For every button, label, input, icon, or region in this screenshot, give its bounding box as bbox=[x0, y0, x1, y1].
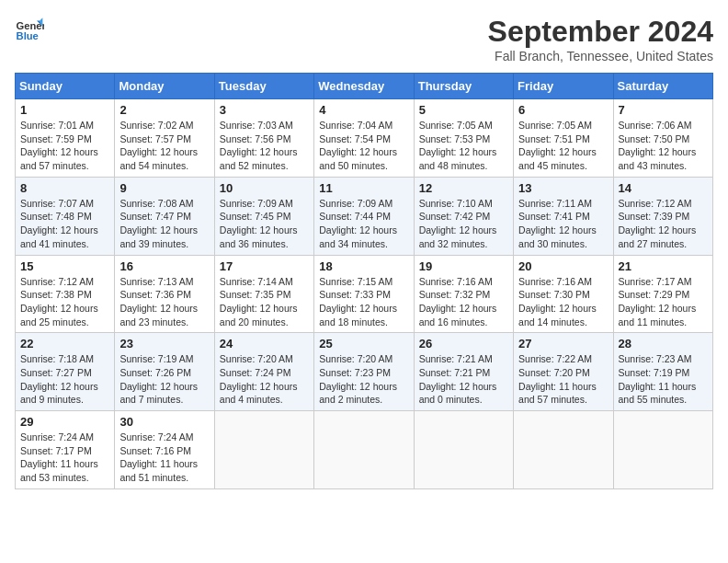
day-detail: Sunrise: 7:08 AMSunset: 7:47 PMDaylight:… bbox=[119, 198, 198, 249]
calendar-cell: 2Sunrise: 7:02 AMSunset: 7:57 PMDaylight… bbox=[115, 99, 214, 178]
calendar-cell: 24Sunrise: 7:20 AMSunset: 7:24 PMDayligh… bbox=[214, 333, 313, 411]
day-number: 23 bbox=[119, 337, 209, 350]
weekday-header-wednesday: Wednesday bbox=[314, 74, 414, 99]
calendar-body: 1Sunrise: 7:01 AMSunset: 7:59 PMDaylight… bbox=[16, 99, 713, 489]
calendar-cell: 9Sunrise: 7:08 AMSunset: 7:47 PMDaylight… bbox=[115, 177, 214, 255]
day-detail: Sunrise: 7:16 AMSunset: 7:32 PMDaylight:… bbox=[419, 276, 497, 327]
day-detail: Sunrise: 7:03 AMSunset: 7:56 PMDaylight:… bbox=[220, 120, 298, 171]
day-number: 24 bbox=[220, 337, 309, 350]
title-area: September 2024 Fall Branch, Tennessee, U… bbox=[488, 15, 713, 63]
calendar-cell: 7Sunrise: 7:06 AMSunset: 7:50 PMDaylight… bbox=[613, 99, 712, 178]
day-number: 3 bbox=[220, 103, 309, 117]
day-number: 21 bbox=[619, 259, 708, 273]
calendar-cell: 21Sunrise: 7:17 AMSunset: 7:29 PMDayligh… bbox=[613, 255, 712, 333]
weekday-header-friday: Friday bbox=[514, 74, 613, 99]
calendar-week-row: 15Sunrise: 7:12 AMSunset: 7:38 PMDayligh… bbox=[16, 255, 713, 333]
calendar-table: SundayMondayTuesdayWednesdayThursdayFrid… bbox=[15, 73, 713, 489]
day-number: 13 bbox=[518, 181, 608, 195]
day-detail: Sunrise: 7:02 AMSunset: 7:57 PMDaylight:… bbox=[119, 120, 198, 171]
calendar-cell: 20Sunrise: 7:16 AMSunset: 7:30 PMDayligh… bbox=[514, 255, 613, 333]
month-title: September 2024 bbox=[488, 15, 713, 49]
day-detail: Sunrise: 7:21 AMSunset: 7:21 PMDaylight:… bbox=[419, 353, 497, 405]
calendar-week-row: 8Sunrise: 7:07 AMSunset: 7:48 PMDaylight… bbox=[16, 177, 713, 255]
calendar-cell: 26Sunrise: 7:21 AMSunset: 7:21 PMDayligh… bbox=[414, 333, 513, 411]
calendar-week-row: 22Sunrise: 7:18 AMSunset: 7:27 PMDayligh… bbox=[16, 333, 713, 411]
day-number: 28 bbox=[619, 337, 708, 350]
calendar-cell: 10Sunrise: 7:09 AMSunset: 7:45 PMDayligh… bbox=[214, 177, 313, 255]
calendar-cell bbox=[613, 411, 712, 489]
day-number: 20 bbox=[518, 259, 608, 273]
calendar-cell: 23Sunrise: 7:19 AMSunset: 7:26 PMDayligh… bbox=[115, 333, 214, 411]
day-detail: Sunrise: 7:24 AMSunset: 7:16 PMDaylight:… bbox=[119, 431, 198, 483]
day-number: 1 bbox=[20, 103, 109, 117]
day-number: 10 bbox=[220, 181, 309, 195]
calendar-cell: 18Sunrise: 7:15 AMSunset: 7:33 PMDayligh… bbox=[314, 255, 414, 333]
calendar-cell: 29Sunrise: 7:24 AMSunset: 7:17 PMDayligh… bbox=[16, 411, 115, 489]
day-detail: Sunrise: 7:06 AMSunset: 7:50 PMDaylight:… bbox=[619, 120, 697, 171]
day-detail: Sunrise: 7:14 AMSunset: 7:35 PMDaylight:… bbox=[220, 276, 298, 327]
day-detail: Sunrise: 7:12 AMSunset: 7:39 PMDaylight:… bbox=[619, 198, 697, 249]
day-detail: Sunrise: 7:11 AMSunset: 7:41 PMDaylight:… bbox=[518, 198, 597, 249]
day-detail: Sunrise: 7:20 AMSunset: 7:23 PMDaylight:… bbox=[319, 353, 397, 405]
day-number: 7 bbox=[619, 103, 708, 117]
day-number: 30 bbox=[119, 415, 209, 429]
calendar-cell: 25Sunrise: 7:20 AMSunset: 7:23 PMDayligh… bbox=[314, 333, 414, 411]
calendar-cell bbox=[514, 411, 613, 489]
calendar-cell: 3Sunrise: 7:03 AMSunset: 7:56 PMDaylight… bbox=[214, 99, 313, 178]
day-number: 15 bbox=[20, 259, 109, 273]
page-header: General Blue September 2024 Fall Branch,… bbox=[15, 15, 713, 63]
day-number: 4 bbox=[319, 103, 408, 117]
calendar-cell: 27Sunrise: 7:22 AMSunset: 7:20 PMDayligh… bbox=[514, 333, 613, 411]
day-detail: Sunrise: 7:09 AMSunset: 7:44 PMDaylight:… bbox=[319, 198, 397, 249]
day-number: 5 bbox=[419, 103, 508, 117]
calendar-cell: 30Sunrise: 7:24 AMSunset: 7:16 PMDayligh… bbox=[115, 411, 214, 489]
day-detail: Sunrise: 7:10 AMSunset: 7:42 PMDaylight:… bbox=[419, 198, 497, 249]
day-detail: Sunrise: 7:24 AMSunset: 7:17 PMDaylight:… bbox=[20, 431, 98, 483]
day-number: 25 bbox=[319, 337, 408, 350]
calendar-cell bbox=[414, 411, 513, 489]
day-number: 22 bbox=[20, 337, 109, 350]
calendar-cell: 4Sunrise: 7:04 AMSunset: 7:54 PMDaylight… bbox=[314, 99, 414, 178]
day-detail: Sunrise: 7:04 AMSunset: 7:54 PMDaylight:… bbox=[319, 120, 397, 171]
calendar-cell: 1Sunrise: 7:01 AMSunset: 7:59 PMDaylight… bbox=[16, 99, 115, 178]
day-detail: Sunrise: 7:05 AMSunset: 7:51 PMDaylight:… bbox=[518, 120, 597, 171]
calendar-cell: 5Sunrise: 7:05 AMSunset: 7:53 PMDaylight… bbox=[414, 99, 513, 178]
calendar-cell: 6Sunrise: 7:05 AMSunset: 7:51 PMDaylight… bbox=[514, 99, 613, 178]
calendar-week-row: 1Sunrise: 7:01 AMSunset: 7:59 PMDaylight… bbox=[16, 99, 713, 178]
day-number: 11 bbox=[319, 181, 408, 195]
day-number: 19 bbox=[419, 259, 508, 273]
weekday-header-tuesday: Tuesday bbox=[214, 74, 313, 99]
calendar-cell: 17Sunrise: 7:14 AMSunset: 7:35 PMDayligh… bbox=[214, 255, 313, 333]
day-number: 18 bbox=[319, 259, 408, 273]
weekday-header-sunday: Sunday bbox=[16, 74, 115, 99]
day-number: 8 bbox=[20, 181, 109, 195]
calendar-cell: 16Sunrise: 7:13 AMSunset: 7:36 PMDayligh… bbox=[115, 255, 214, 333]
location-subtitle: Fall Branch, Tennessee, United States bbox=[488, 49, 713, 63]
calendar-cell: 12Sunrise: 7:10 AMSunset: 7:42 PMDayligh… bbox=[414, 177, 513, 255]
logo-icon: General Blue bbox=[15, 15, 44, 44]
day-detail: Sunrise: 7:18 AMSunset: 7:27 PMDaylight:… bbox=[20, 353, 98, 405]
weekday-header-monday: Monday bbox=[115, 74, 214, 99]
day-detail: Sunrise: 7:20 AMSunset: 7:24 PMDaylight:… bbox=[220, 353, 298, 405]
weekday-header-saturday: Saturday bbox=[613, 74, 712, 99]
day-number: 29 bbox=[20, 415, 109, 429]
day-detail: Sunrise: 7:13 AMSunset: 7:36 PMDaylight:… bbox=[119, 276, 198, 327]
day-detail: Sunrise: 7:15 AMSunset: 7:33 PMDaylight:… bbox=[319, 276, 397, 327]
day-detail: Sunrise: 7:12 AMSunset: 7:38 PMDaylight:… bbox=[20, 276, 98, 327]
weekday-header-thursday: Thursday bbox=[414, 74, 513, 99]
calendar-cell: 19Sunrise: 7:16 AMSunset: 7:32 PMDayligh… bbox=[414, 255, 513, 333]
day-detail: Sunrise: 7:05 AMSunset: 7:53 PMDaylight:… bbox=[419, 120, 497, 171]
day-detail: Sunrise: 7:09 AMSunset: 7:45 PMDaylight:… bbox=[220, 198, 298, 249]
day-number: 16 bbox=[119, 259, 209, 273]
day-number: 6 bbox=[518, 103, 608, 117]
logo: General Blue bbox=[15, 15, 44, 44]
calendar-cell: 11Sunrise: 7:09 AMSunset: 7:44 PMDayligh… bbox=[314, 177, 414, 255]
calendar-cell: 14Sunrise: 7:12 AMSunset: 7:39 PMDayligh… bbox=[613, 177, 712, 255]
day-number: 27 bbox=[518, 337, 608, 350]
calendar-cell bbox=[314, 411, 414, 489]
day-number: 12 bbox=[419, 181, 508, 195]
day-number: 14 bbox=[619, 181, 708, 195]
calendar-week-row: 29Sunrise: 7:24 AMSunset: 7:17 PMDayligh… bbox=[16, 411, 713, 489]
calendar-header-row: SundayMondayTuesdayWednesdayThursdayFrid… bbox=[16, 74, 713, 99]
day-detail: Sunrise: 7:17 AMSunset: 7:29 PMDaylight:… bbox=[619, 276, 697, 327]
